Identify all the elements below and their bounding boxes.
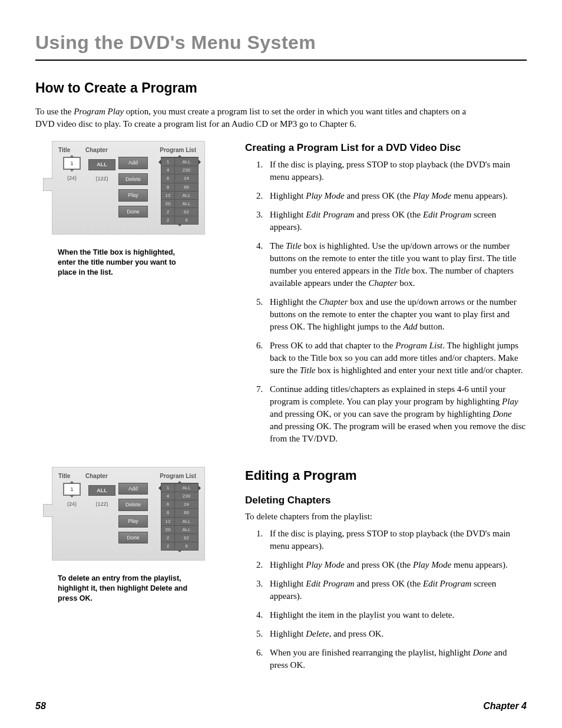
text: Continue adding titles/chapters as expla…	[270, 384, 505, 406]
step-item: Highlight Edit Program and press OK (the…	[265, 578, 527, 602]
text: , and press OK.	[329, 629, 384, 638]
program-list-row: 624	[161, 500, 198, 508]
done-button: Done	[118, 206, 148, 218]
col-program-list: Program List	[150, 146, 199, 154]
section-heading: Editing a Program	[245, 467, 527, 485]
col-program-list: Program List	[150, 472, 199, 480]
text: Highlight	[270, 191, 306, 200]
chapter-count: (122)	[85, 500, 118, 508]
col-chapter: Chapter	[85, 146, 118, 154]
text-italic: Play Mode	[306, 191, 344, 200]
step-item: Highlight Edit Program and press OK (the…	[265, 209, 527, 233]
chapter-chip: ALL	[88, 485, 115, 496]
text-italic: Edit Program	[306, 579, 354, 588]
text: and press OK (the	[345, 191, 413, 200]
program-list-row: 1ALL	[161, 157, 198, 166]
step-item: If the disc is playing, press STOP to st…	[265, 159, 527, 183]
step-item: Highlight Play Mode and press OK (the Pl…	[265, 190, 527, 202]
delete-button: Delete	[118, 499, 148, 511]
text-italic: Play Mode	[413, 191, 451, 200]
side-tab	[43, 504, 53, 517]
program-list-table: 1ALL423062488612ALL20ALL26229	[161, 483, 199, 551]
sub-heading: Deleting Chapters	[245, 493, 527, 508]
program-list-row: 4230	[161, 166, 198, 174]
program-list-row: 12ALL	[161, 517, 198, 525]
play-button: Play	[118, 515, 148, 528]
add-button: Add	[118, 157, 148, 169]
program-list-row: 20ALL	[161, 199, 198, 207]
text: Press OK to add that chapter to the	[270, 341, 395, 350]
text: The	[270, 241, 286, 251]
sub-heading: Creating a Program List for a DVD Video …	[245, 141, 527, 155]
text-italic: Chapter	[368, 278, 397, 288]
step-item: Highlight the Chapter box and use the up…	[265, 296, 527, 333]
page-number: 58	[35, 700, 46, 713]
step-item: When you are finished rearranging the pl…	[265, 647, 527, 671]
text-italic: Play Mode	[413, 560, 451, 569]
text: and press OK (the	[355, 210, 423, 219]
page: Using the DVD's Menu System How to Creat…	[0, 0, 562, 728]
text: menu appears).	[451, 560, 507, 569]
edit-program-screenshot: TitleChapterProgram List1(24)ALL(122)Add…	[52, 141, 205, 235]
program-list-row: 20ALL	[161, 525, 198, 533]
screenshot-body: 1(24)ALL(122)AddDeletePlayDone1ALL423062…	[58, 157, 199, 225]
title-input: 1	[63, 483, 81, 496]
program-list-row: 262	[161, 207, 198, 216]
text: When you are finished rearranging the pl…	[270, 648, 473, 657]
col-chapter: Chapter	[85, 472, 118, 480]
program-list-row: 1ALL	[161, 483, 198, 492]
program-list-row: 12ALL	[161, 191, 198, 199]
step-item: Continue adding titles/chapters as expla…	[265, 383, 527, 445]
text-italic: Chapter	[319, 297, 348, 307]
text: and pressing OK, or you can save the pro…	[270, 409, 492, 419]
text: menu appears).	[451, 191, 507, 200]
text: Highlight	[270, 210, 306, 219]
program-list-row: 886	[161, 508, 198, 516]
content-row: TitleChapterProgram List1(24)ALL(122)Add…	[35, 141, 527, 452]
text-italic: Program List	[395, 341, 442, 350]
text-italic: Done	[492, 409, 512, 419]
text: If the disc is playing, press STOP to st…	[270, 529, 510, 551]
done-button: Done	[118, 532, 148, 544]
title-count: (24)	[58, 174, 85, 182]
text: and press OK (the	[355, 579, 423, 588]
text-italic: Add	[403, 322, 417, 331]
text: Highlight the	[270, 297, 319, 307]
ordered-steps: If the disc is playing, press STOP to st…	[245, 159, 527, 445]
text: To use the	[35, 107, 74, 116]
program-list-row: 29	[161, 216, 198, 224]
chapter-chip: ALL	[88, 159, 115, 170]
text: Highlight	[270, 629, 306, 638]
add-button: Add	[118, 483, 148, 495]
chapter-label: Chapter 4	[483, 700, 527, 713]
program-list-row: 29	[161, 542, 198, 550]
text-italic: Edit Program	[423, 579, 471, 588]
program-list-table: 1ALL423062488612ALL20ALL26229	[161, 157, 199, 225]
edit-program-screenshot: TitleChapterProgram List1(24)ALL(122)Add…	[52, 467, 205, 561]
text: and press OK (the	[345, 560, 413, 569]
step-item: The Title box is highlighted. Use the up…	[265, 240, 527, 289]
content-row: TitleChapterProgram List1(24)ALL(122)Add…	[35, 467, 527, 678]
text-column: Editing a Program Deleting Chapters To d…	[245, 467, 527, 678]
program-list-row: 262	[161, 533, 198, 542]
figure-column: TitleChapterProgram List1(24)ALL(122)Add…	[35, 467, 229, 604]
side-tab	[43, 178, 53, 191]
text: Highlight	[270, 560, 306, 569]
step-item: Highlight Play Mode and press OK (the Pl…	[265, 559, 527, 571]
section-heading: How to Create a Program	[35, 78, 527, 97]
figure-column: TitleChapterProgram List1(24)ALL(122)Add…	[35, 141, 229, 278]
play-button: Play	[118, 189, 148, 202]
text-italic: Edit Program	[423, 210, 471, 219]
step-item: If the disc is playing, press STOP to st…	[265, 528, 527, 552]
text-italic: Program Play	[74, 107, 124, 116]
step-item: Highlight Delete, and press OK.	[265, 628, 527, 640]
figure-caption: To delete an entry from the playlist, hi…	[58, 574, 193, 604]
lead-text: To delete chapters from the playlist:	[245, 510, 527, 523]
program-list-row: 886	[161, 183, 198, 191]
figure-caption: When the Title box is highlighted, enter…	[58, 248, 193, 278]
program-list-row: 624	[161, 174, 198, 182]
text: button.	[418, 322, 445, 331]
text-italic: Title	[394, 266, 410, 275]
program-list-row: 4230	[161, 492, 198, 500]
step-item: Press OK to add that chapter to the Prog…	[265, 340, 527, 377]
